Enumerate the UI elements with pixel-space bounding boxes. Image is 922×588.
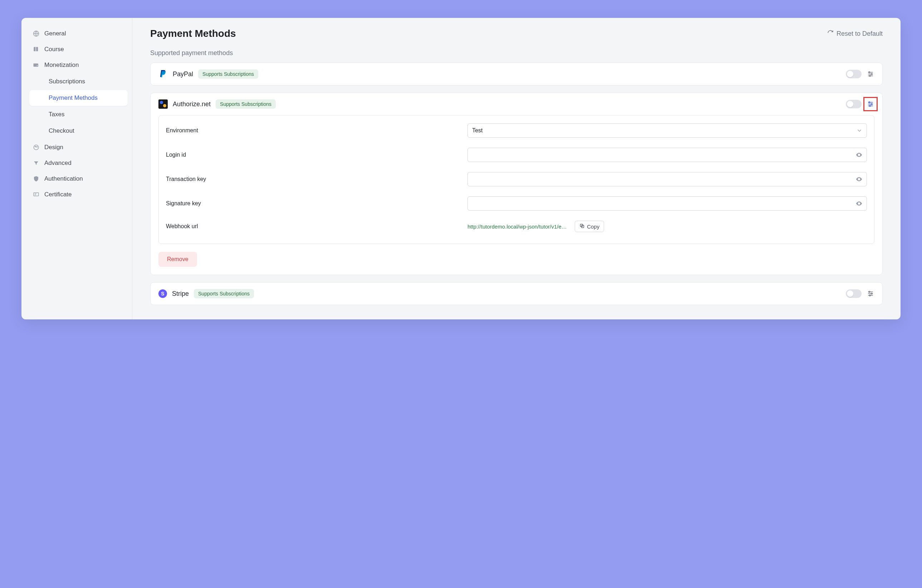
enable-toggle[interactable]: [846, 70, 862, 78]
subscriptions-badge: Supports Subscriptions: [194, 289, 254, 298]
award-icon: [33, 191, 39, 198]
svg-point-9: [871, 103, 872, 105]
signature-key-label: Signature key: [166, 200, 460, 207]
svg-point-15: [870, 295, 870, 296]
sidebar-item-subscriptions[interactable]: Subscriptions: [29, 74, 128, 90]
svg-point-8: [869, 101, 870, 103]
signature-key-input[interactable]: [468, 196, 867, 211]
copy-button[interactable]: Copy: [575, 220, 604, 232]
remove-button[interactable]: Remove: [159, 252, 197, 267]
sidebar-item-advanced[interactable]: Advanced: [21, 155, 132, 171]
settings-sliders-icon[interactable]: [866, 70, 875, 78]
sidebar-item-label: Design: [44, 144, 63, 151]
svg-point-7: [870, 75, 870, 76]
svg-point-1: [34, 145, 39, 150]
method-header: S Stripe Supports Subscriptions: [150, 283, 882, 305]
sidebar-item-label: Monetization: [44, 62, 78, 69]
webhook-url: http://tutordemo.local/wp-json/tutor/v1/…: [468, 224, 567, 230]
svg-point-10: [870, 105, 870, 106]
main-content: Payment Methods Reset to Default Support…: [132, 18, 901, 319]
shield-icon: [33, 176, 39, 182]
sidebar-item-label: Course: [44, 46, 64, 53]
method-name: Authorize.net: [173, 101, 211, 108]
settings-sliders-icon[interactable]: [866, 290, 875, 297]
payment-method-authorize: Authorize.net Supports Subscriptions Env…: [150, 93, 883, 275]
sidebar-item-design[interactable]: Design: [21, 139, 132, 155]
sidebar-item-authentication[interactable]: Authentication: [21, 171, 132, 187]
transaction-key-input[interactable]: [468, 172, 867, 186]
sidebar-item-course[interactable]: Course: [21, 41, 132, 57]
sidebar-item-taxes[interactable]: Taxes: [29, 106, 128, 122]
method-name: Stripe: [172, 290, 189, 297]
chevron-down-icon: [856, 127, 863, 134]
login-id-label: Login id: [166, 152, 460, 158]
copy-icon: [579, 223, 585, 230]
globe-icon: [33, 30, 39, 37]
reset-label: Reset to Default: [837, 30, 883, 38]
section-subtitle: Supported payment methods: [150, 49, 883, 57]
funnel-icon: [33, 160, 39, 166]
svg-point-3: [36, 146, 37, 147]
main-header: Payment Methods Reset to Default: [150, 28, 883, 39]
copy-label: Copy: [587, 224, 599, 230]
svg-point-5: [869, 72, 870, 73]
subscriptions-badge: Supports Subscriptions: [216, 100, 276, 109]
environment-label: Environment: [166, 127, 460, 134]
payment-method-stripe: S Stripe Supports Subscriptions: [150, 282, 883, 305]
environment-select[interactable]: Test: [468, 123, 867, 138]
sidebar-item-checkout[interactable]: Checkout: [29, 123, 128, 139]
enable-toggle[interactable]: [846, 289, 862, 298]
sidebar-item-label: General: [44, 30, 66, 37]
svg-rect-4: [34, 193, 39, 196]
svg-point-6: [871, 74, 872, 74]
method-name: PayPal: [173, 70, 193, 78]
sidebar: General Course Monetization Subscription…: [21, 18, 132, 319]
reset-to-default-button[interactable]: Reset to Default: [827, 30, 883, 38]
webhook-label: Webhook url: [166, 223, 460, 230]
method-header: Authorize.net Supports Subscriptions: [150, 93, 882, 115]
enable-toggle[interactable]: [846, 100, 862, 108]
paypal-logo-icon: [159, 69, 168, 79]
login-id-input[interactable]: [468, 148, 867, 162]
config-panel: Environment Test Login id: [159, 115, 875, 244]
environment-value: Test: [472, 127, 482, 134]
sidebar-item-monetization[interactable]: Monetization: [21, 57, 132, 73]
sidebar-item-label: Authentication: [44, 175, 83, 182]
payment-method-paypal: PayPal Supports Subscriptions: [150, 63, 883, 85]
svg-point-14: [871, 293, 872, 294]
sidebar-item-payment-methods[interactable]: Payment Methods: [29, 90, 128, 106]
eye-icon[interactable]: [855, 200, 863, 207]
sidebar-subitems-monetization: Subscriptions Payment Methods Taxes Chec…: [25, 74, 132, 139]
sidebar-item-certificate[interactable]: Certificate: [21, 187, 132, 203]
method-header: PayPal Supports Subscriptions: [150, 63, 882, 85]
svg-point-13: [869, 291, 870, 292]
page-title: Payment Methods: [150, 28, 236, 39]
eye-icon[interactable]: [855, 176, 863, 183]
palette-icon: [33, 144, 39, 150]
eye-icon[interactable]: [855, 151, 863, 158]
wallet-icon: [33, 62, 39, 68]
subscriptions-badge: Supports Subscriptions: [198, 69, 258, 79]
svg-point-2: [35, 146, 36, 147]
sidebar-item-label: Advanced: [44, 160, 72, 167]
sidebar-item-label: Certificate: [44, 191, 72, 198]
stripe-logo-icon: S: [159, 289, 167, 298]
transaction-key-label: Transaction key: [166, 176, 460, 182]
refresh-icon: [827, 30, 834, 38]
authorize-logo-icon: [159, 100, 168, 109]
book-icon: [33, 46, 39, 52]
settings-sliders-icon[interactable]: [866, 100, 875, 108]
sidebar-item-general[interactable]: General: [21, 26, 132, 41]
settings-panel: General Course Monetization Subscription…: [21, 18, 901, 319]
